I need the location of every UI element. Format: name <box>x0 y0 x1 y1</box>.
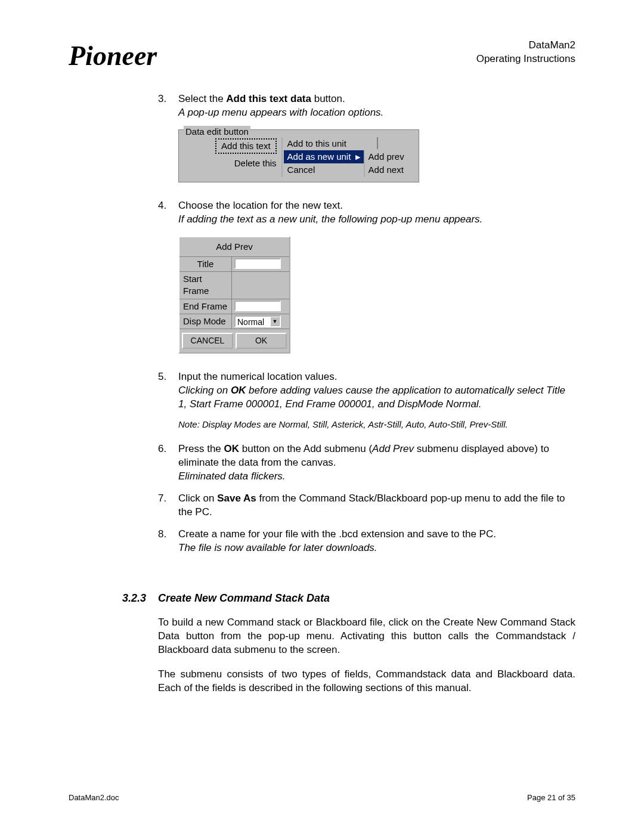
menu-cancel[interactable]: Cancel <box>284 163 364 176</box>
step-6-bold: OK <box>224 443 240 454</box>
step-5-result-bold: OK <box>231 385 246 396</box>
label-start-frame: Start Frame <box>179 272 232 299</box>
input-title[interactable] <box>234 258 281 269</box>
p1-a: To build a new Command stack or Blackboa… <box>158 617 443 628</box>
step-8: 8. Create a name for your file with the … <box>158 528 575 555</box>
figure-add-prev-dialog: Add Prev Title Start Frame End Frame Dis… <box>178 236 575 354</box>
step-3-text-bold: Add this text data <box>226 93 311 104</box>
label-end-frame: End Frame <box>179 299 232 314</box>
step-4-result: If adding the text as a new unit, the fo… <box>178 213 575 227</box>
step-4-text: Choose the location for the new text. <box>178 199 575 213</box>
doc-subtitle: Operating Instructions <box>476 52 575 66</box>
step-3-text-a: Select the <box>178 93 226 104</box>
cancel-button[interactable]: CANCEL <box>182 333 233 349</box>
step-number: 5. <box>158 370 178 431</box>
step-8-text: Create a name for your file with the .bc… <box>178 528 575 541</box>
label-title: Title <box>179 257 232 271</box>
step-5-text: Input the numerical location values. <box>178 370 575 384</box>
add-this-text-button[interactable]: Add this text <box>215 138 277 154</box>
step-6-b: button on the Add submenu ( <box>239 443 372 454</box>
divider <box>377 137 378 149</box>
p1-b: button from the pop-up menu. Activating … <box>158 630 575 655</box>
dialog-title: Add Prev <box>179 237 289 257</box>
step-6-result: Eliminated data flickers. <box>178 470 575 484</box>
page-footer: DataMan2.doc Page 21 of 35 <box>69 792 575 803</box>
step-6-ital: Add Prev <box>372 443 414 454</box>
page-header: Pioneer DataMan2 Operating Instructions <box>69 38 575 75</box>
section-heading: 3.2.3 Create New Command Stack Data <box>158 591 575 605</box>
brand-logo: Pioneer <box>69 38 157 75</box>
footer-page-number: Page 21 of 35 <box>527 792 575 803</box>
submenu-arrow-icon: ▶ <box>355 153 360 162</box>
step-7-bold: Save As <box>217 493 256 504</box>
submenu-add-next[interactable]: Add next <box>367 163 415 176</box>
step-6-a: Press the <box>178 443 224 454</box>
input-end-frame[interactable] <box>234 301 281 311</box>
product-name: DataMan2 <box>476 39 575 52</box>
ok-button[interactable]: OK <box>236 333 287 349</box>
select-disp-mode[interactable]: Normal ▼ <box>234 315 281 327</box>
label-disp-mode: Disp Mode <box>179 314 232 329</box>
step-3-result: A pop-up menu appears with location opti… <box>178 106 575 120</box>
footer-filename: DataMan2.doc <box>69 792 119 803</box>
chevron-down-icon: ▼ <box>270 317 280 326</box>
section-para-1: To build a new Command stack or Blackboa… <box>158 616 575 657</box>
step-number: 8. <box>158 528 178 555</box>
step-number: 6. <box>158 442 178 484</box>
menu-add-to-this-unit[interactable]: Add to this unit <box>284 137 364 150</box>
step-7: 7. Click on Save As from the Command Sta… <box>158 492 575 519</box>
step-number: 4. <box>158 199 178 227</box>
step-5-result-a: Clicking on <box>178 385 231 396</box>
step-3-text-b: button. <box>311 93 345 104</box>
section-title: Create New Command Stack Data <box>158 591 330 605</box>
step-4: 4. Choose the location for the new text.… <box>158 199 575 227</box>
menu-add-as-new-unit[interactable]: Add as new unit ▶ <box>284 150 364 163</box>
menu-add-as-new-unit-label: Add as new unit <box>287 151 351 163</box>
step-7-a: Click on <box>178 493 217 504</box>
select-disp-mode-value: Normal <box>236 317 270 326</box>
delete-this-button[interactable]: Delete this <box>234 158 277 168</box>
fieldset-legend: Data edit button <box>184 126 250 138</box>
step-number: 3. <box>158 92 178 120</box>
submenu-add-prev[interactable]: Add prev <box>367 150 415 163</box>
step-number: 7. <box>158 492 178 519</box>
step-5-note: Note: Display Modes are Normal, Still, A… <box>178 419 575 431</box>
header-right: DataMan2 Operating Instructions <box>476 38 575 66</box>
section-para-2: The submenu consists of two types of fie… <box>158 668 575 695</box>
step-5: 5. Input the numerical location values. … <box>158 370 575 431</box>
step-3: 3. Select the Add this text data button.… <box>158 92 575 120</box>
step-8-result: The file is now available for later down… <box>178 541 575 555</box>
section-number: 3.2.3 <box>122 591 158 605</box>
step-6: 6. Press the OK button on the Add submen… <box>158 442 575 484</box>
figure-data-edit-button: Data edit button Add this text Delete th… <box>178 129 575 182</box>
